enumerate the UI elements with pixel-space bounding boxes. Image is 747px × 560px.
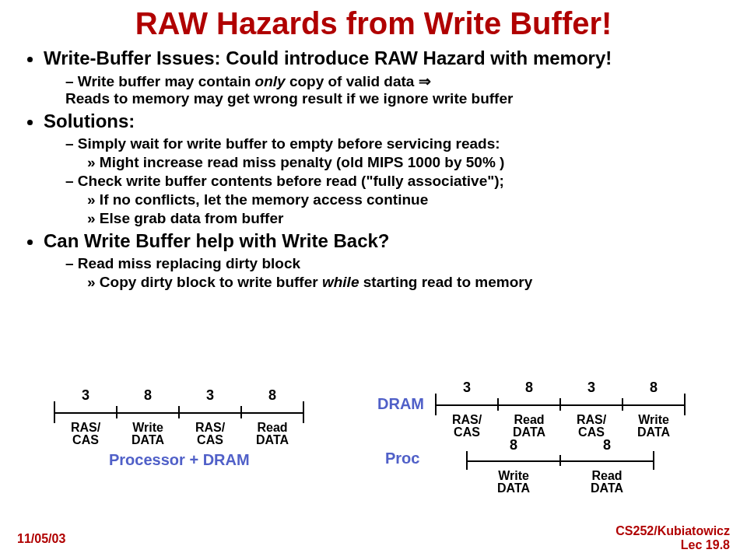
bullet-1: Write-Buffer Issues: Could introduce RAW…	[44, 47, 728, 69]
bullet-2a: Simply wait for write buffer to empty be…	[65, 135, 728, 152]
segment-duration: 8	[128, 387, 167, 404]
bullet-3a1: Copy dirty block to write buffer while s…	[87, 274, 728, 291]
dram-label: DRAM	[377, 395, 424, 413]
tick	[559, 398, 561, 411]
bullet-list: Write-Buffer Issues: Could introduce RAW…	[19, 47, 728, 291]
bullet-2b1: If no conflicts, let the memory access c…	[87, 191, 728, 208]
tick	[497, 398, 499, 411]
text: Write buffer may contain	[78, 73, 255, 89]
tick	[240, 406, 242, 419]
timing-diagrams: 3RAS/CAS8WriteDATA3RAS/CAS8ReadDATAProce…	[0, 366, 747, 521]
segment-label: ReadDATA	[245, 422, 300, 446]
segment-duration: 8	[510, 380, 549, 396]
slide: RAW Hazards from Write Buffer! Write-Buf…	[0, 0, 747, 560]
segment-duration: 3	[191, 387, 230, 404]
segment-duration: 8	[634, 380, 673, 396]
diagram-caption-left: Processor + DRAM	[109, 451, 250, 469]
segment-label: WriteDATA	[121, 422, 175, 446]
segment-label: ReadDATA	[502, 414, 556, 439]
segment-label: WriteDATA	[626, 414, 681, 439]
text: starting read to memory	[359, 274, 532, 290]
footer-line-2: Lec 19.8	[681, 538, 730, 551]
segment-label: RAS/CAS	[440, 414, 494, 439]
bullet-3: Can Write Buffer help with Write Back?	[44, 230, 728, 252]
proc-label: Proc	[385, 450, 419, 467]
tick	[435, 394, 437, 415]
bullet-1a: Write buffer may contain only copy of va…	[65, 72, 728, 107]
bullet-2: Solutions:	[44, 110, 728, 132]
tick	[466, 451, 468, 470]
footer-course: CS252/Kubiatowicz Lec 19.8	[615, 524, 730, 552]
segment-label: RAS/CAS	[564, 414, 619, 439]
segment-label: WriteDATA	[486, 470, 541, 495]
footer-date: 11/05/03	[17, 532, 65, 546]
segment-duration: 8	[494, 437, 533, 453]
tick	[116, 406, 117, 419]
segment-duration: 3	[572, 380, 611, 396]
tick	[303, 401, 304, 423]
tick	[559, 455, 561, 466]
segment-label: RAS/CAS	[183, 422, 237, 446]
tick	[684, 394, 686, 415]
text: copy of valid data ⇒	[286, 73, 431, 89]
tick	[653, 451, 654, 470]
bullet-2b2: Else grab data from buffer	[87, 210, 728, 227]
text-italic: only	[255, 73, 286, 89]
tick	[622, 398, 623, 411]
tick	[54, 401, 55, 423]
segment-label: ReadDATA	[580, 470, 634, 495]
segment-duration: 3	[447, 380, 486, 396]
segment-duration: 8	[587, 437, 626, 453]
segment-duration: 8	[253, 387, 292, 404]
text: Copy dirty block to write buffer	[100, 274, 322, 290]
bullet-3a: Read miss replacing dirty block	[65, 255, 728, 272]
text-italic: while	[322, 274, 359, 290]
segment-duration: 3	[66, 387, 105, 404]
tick	[178, 406, 180, 419]
text: Reads to memory may get wrong result if …	[65, 90, 513, 107]
slide-title: RAW Hazards from Write Buffer!	[19, 6, 728, 41]
segment-label: RAS/CAS	[58, 422, 113, 446]
bullet-2a1: Might increase read miss penalty (old MI…	[87, 154, 728, 171]
bullet-2b: Check write buffer contents before read …	[65, 173, 728, 190]
footer-line-1: CS252/Kubiatowicz	[615, 524, 730, 537]
